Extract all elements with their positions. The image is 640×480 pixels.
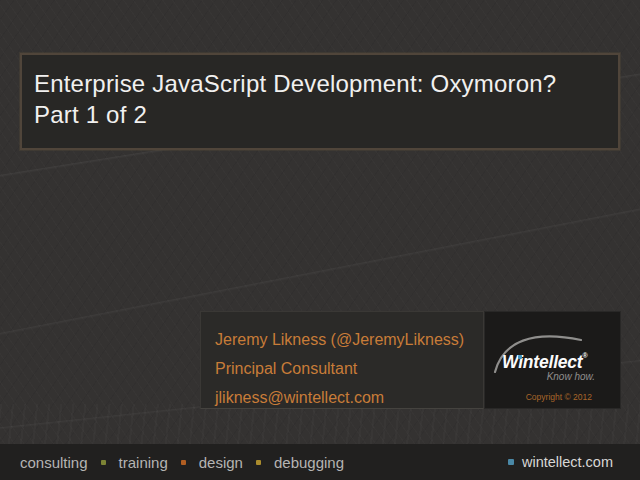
bullet-separator-icon bbox=[181, 460, 186, 465]
footer-item-training: training bbox=[119, 454, 168, 471]
brand-i-dot-icon bbox=[518, 355, 522, 359]
website-label: wintellect.com bbox=[522, 454, 613, 470]
speaker-role: Principal Consultant bbox=[215, 354, 483, 383]
speaker-name: Jeremy Likness (@JeremyLikness) bbox=[215, 325, 483, 354]
bullet-separator-icon bbox=[101, 460, 106, 465]
bullet-separator-icon bbox=[256, 460, 261, 465]
title-line-1: Enterprise JavaScript Development: Oxymo… bbox=[34, 68, 606, 99]
brand-trademark: ® bbox=[583, 352, 588, 359]
brand-text: Wintellect® bbox=[502, 352, 587, 373]
footer-bar: consulting training design debugging win… bbox=[0, 444, 640, 480]
website-bullet-icon bbox=[508, 459, 514, 465]
footer-item-debugging: debugging bbox=[274, 454, 344, 471]
footer-item-consulting: consulting bbox=[20, 454, 88, 471]
title-line-2: Part 1 of 2 bbox=[34, 99, 606, 130]
slide-background: Enterprise JavaScript Development: Oxymo… bbox=[0, 0, 640, 480]
title-box: Enterprise JavaScript Development: Oxymo… bbox=[20, 53, 620, 150]
wintellect-logo-box: Wintellect® Know how. Copyright © 2012 bbox=[484, 311, 621, 409]
footer-item-design: design bbox=[199, 454, 243, 471]
logo-tagline: Know how. bbox=[547, 371, 595, 382]
website-group: wintellect.com bbox=[508, 444, 613, 480]
speaker-info-box: Jeremy Likness (@JeremyLikness) Principa… bbox=[200, 311, 484, 409]
speaker-email: jlikness@wintellect.com bbox=[215, 383, 483, 412]
brand-name: Wintellect bbox=[502, 352, 583, 372]
copyright-text: Copyright © 2012 bbox=[526, 392, 592, 402]
